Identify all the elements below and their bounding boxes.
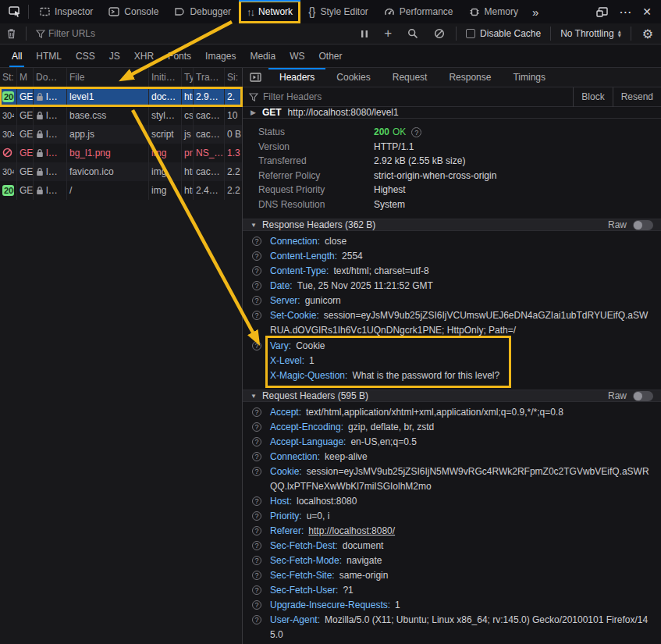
table-row[interactable]: 304 GET l… favicon.ico img html (0, 162, 242, 181)
help-icon[interactable]: ? (252, 407, 261, 417)
column-header[interactable]: M (17, 68, 34, 87)
filter-urls-input[interactable]: Filter URLs (48, 28, 95, 39)
header-row[interactable]: ? Sec-Fetch-User?1 (243, 583, 653, 598)
help-icon[interactable]: ? (252, 541, 261, 550)
header-row[interactable]: X-Magic-QuestionWhat is the password for… (270, 368, 499, 383)
filter-type-tab[interactable]: Media (243, 44, 283, 68)
column-header[interactable]: Si: (225, 68, 242, 87)
tab-style-editor[interactable]: {} Style Editor (300, 0, 376, 23)
help-icon[interactable]: ? (252, 251, 261, 261)
raw-toggle[interactable] (633, 220, 653, 230)
column-header[interactable]: File (67, 68, 149, 87)
help-icon[interactable]: ? (252, 526, 261, 535)
header-row[interactable]: ? Priorityu=0, i (243, 509, 653, 524)
table-row[interactable]: GET l… bg_l1.png img png NS_… 1.3 (0, 144, 242, 162)
column-header[interactable]: Tra… (194, 68, 225, 87)
tab-performance[interactable]: Performance (376, 0, 461, 23)
header-row[interactable]: ? Servergunicorn (243, 294, 653, 308)
filter-type-tab[interactable]: HTML (29, 44, 69, 68)
header-row[interactable]: ? Accept-Encodinggzip, deflate, br, zstd (243, 420, 653, 435)
header-row[interactable]: ? Refererhttp://localhost:8080/ (243, 524, 653, 539)
header-row[interactable]: ? Sec-Fetch-Sitesame-origin (243, 568, 653, 583)
header-row[interactable]: ? Content-Typetext/html; charset=utf-8 (243, 264, 653, 279)
table-row[interactable]: 200 GET l… level1 doc… (0, 87, 242, 106)
tab-debugger[interactable]: Debugger (166, 0, 239, 23)
header-row[interactable]: ? Connectionkeep-alive (243, 450, 653, 464)
tab-memory[interactable]: Memory (461, 0, 526, 23)
block-button[interactable]: Block (573, 87, 612, 107)
header-row[interactable]: ? Upgrade-Insecure-Requests1 (243, 598, 653, 613)
throttling-select[interactable]: No Throttling ▴▾ (554, 28, 627, 39)
table-row[interactable]: 304 GET l… app.js script js (0, 125, 242, 144)
meatball-menu-icon[interactable]: ⋯ (619, 5, 631, 20)
filter-type-tab[interactable]: All (5, 44, 29, 68)
help-icon[interactable]: ? (252, 511, 261, 521)
help-icon[interactable]: ? (252, 437, 261, 447)
request-headers-section[interactable]: ▼ Request Headers (595 B) Raw (243, 390, 661, 402)
raw-toggle[interactable] (633, 391, 653, 401)
filter-type-tab[interactable]: CSS (69, 44, 102, 68)
table-row[interactable]: 200 GET l… / img html (0, 181, 242, 200)
help-icon[interactable]: ? (252, 296, 261, 305)
disable-cache-checkbox[interactable]: Disable Cache (460, 28, 547, 39)
header-row[interactable]: ? Set-Cookiesession=eyJsMV9ub25jZSI6IjVC… (243, 308, 653, 338)
column-header[interactable]: Do… (34, 68, 67, 87)
details-tab[interactable]: Headers (268, 68, 325, 87)
filter-headers-input[interactable]: Filter Headers (263, 91, 322, 102)
header-row[interactable]: ? Sec-Fetch-Destdocument (243, 539, 653, 553)
column-header[interactable]: St: (0, 68, 17, 87)
help-icon[interactable]: ? (252, 600, 261, 610)
help-icon[interactable]: ? (252, 311, 261, 320)
details-tab[interactable]: Response (438, 68, 502, 87)
header-row[interactable]: X-Level1 (270, 354, 499, 368)
response-headers-section[interactable]: ▼ Response Headers (362 B) Raw (243, 219, 661, 231)
header-row[interactable]: ? Hostlocalhost:8080 (243, 494, 653, 509)
tab-inspector[interactable]: Inspector (32, 0, 101, 23)
header-row[interactable]: ? Connectionclose (243, 234, 653, 249)
help-icon[interactable]: ? (252, 281, 261, 290)
filter-type-tab[interactable]: JS (102, 44, 127, 68)
header-row[interactable]: ? DateTue, 25 Nov 2025 11:21:52 GMT (243, 279, 653, 294)
header-row[interactable]: ? Cookiesession=eyJsMV9ub25jZSI6IjN5MW9v… (243, 464, 653, 494)
header-row[interactable]: ? User-AgentMozilla/5.0 (X11; Ubuntu; Li… (243, 613, 653, 642)
tab-network[interactable]: ↑↓ Network (239, 0, 300, 23)
filter-type-tab[interactable]: Fonts (161, 44, 198, 68)
help-icon[interactable]: ? (252, 467, 261, 476)
resend-button[interactable]: Resend (613, 87, 661, 107)
help-icon[interactable]: ? (252, 585, 261, 595)
help-icon[interactable]: ? (252, 237, 261, 246)
dock-side-icon[interactable] (596, 7, 608, 17)
help-icon[interactable]: ? (252, 341, 261, 350)
header-row[interactable]: ? Content-Length2554 (243, 249, 653, 264)
details-tab[interactable]: Cookies (325, 68, 381, 87)
clear-requests-icon[interactable] (0, 28, 23, 39)
network-settings-gear-icon[interactable]: ⚙ (634, 27, 661, 41)
help-icon[interactable]: ? (252, 422, 261, 432)
pick-element-icon[interactable] (5, 6, 25, 17)
request-url-row[interactable]: ▶ GET http://localhost:8080/level1 (243, 107, 661, 119)
pause-recording-icon[interactable] (353, 30, 376, 38)
new-request-icon[interactable]: + (376, 26, 400, 41)
help-icon[interactable]: ? (252, 556, 261, 565)
more-tools-chevron-icon[interactable]: » (526, 5, 545, 19)
twisty-right-icon[interactable]: ▶ (251, 109, 256, 116)
close-devtools-icon[interactable]: ✕ (642, 5, 652, 18)
details-tab[interactable]: Request (382, 68, 439, 87)
filter-type-tab[interactable]: Other (311, 44, 349, 68)
tab-console[interactable]: Console (101, 0, 166, 23)
column-header[interactable]: Initi… (149, 68, 182, 87)
expand-details-icon[interactable] (243, 73, 268, 82)
help-icon[interactable]: ? (252, 571, 261, 580)
column-header[interactable]: Ty (182, 68, 194, 87)
help-icon[interactable]: ? (252, 266, 261, 276)
block-requests-icon[interactable] (426, 28, 453, 39)
filter-type-tab[interactable]: Images (198, 44, 243, 68)
help-icon[interactable]: ? (252, 615, 261, 624)
filter-type-tab[interactable]: XHR (127, 44, 161, 68)
header-row[interactable]: ? Accepttext/html,application/xhtml+xml,… (243, 405, 653, 420)
table-row[interactable]: 304 GET l… base.css styl… css (0, 106, 242, 125)
details-tab[interactable]: Timings (502, 68, 556, 87)
help-icon[interactable]: ? (411, 127, 421, 137)
header-row[interactable]: ? VaryCookie (270, 339, 499, 354)
filter-type-tab[interactable]: WS (283, 44, 311, 68)
